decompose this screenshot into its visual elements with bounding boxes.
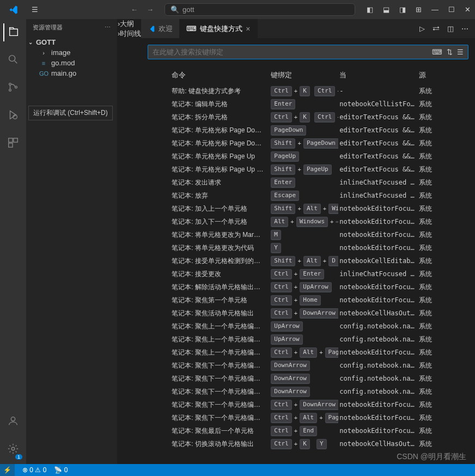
layout-right-icon[interactable]: ◨ — [399, 5, 406, 14]
header-source[interactable]: 源 — [418, 68, 461, 82]
table-row[interactable]: 帮助: 键盘快捷方式参考Ctrl+KCtrl+-系统 — [141, 84, 475, 97]
run-icon[interactable]: ▷ — [419, 25, 425, 33]
tree-item[interactable]: GOmain.go — [26, 68, 117, 78]
key: Ctrl — [271, 439, 292, 449]
table-row[interactable]: 笔记本: 聚焦活动单元格输出Ctrl+DownArrownotebookCell… — [141, 307, 475, 320]
header-command[interactable]: 命令 — [170, 68, 270, 82]
tree-item[interactable]: ≡go.mod — [26, 58, 117, 68]
source-cell: 系统 — [418, 400, 461, 410]
source-cell: 系统 — [418, 322, 461, 331]
timeline-section[interactable]: ›时间线 — [118, 29, 141, 39]
table-row[interactable]: 笔记本: 接受更改Ctrl+EnterinlineChatFocused && … — [141, 267, 475, 280]
table-row[interactable]: 笔记本: 聚焦下一个单元格编…Ctrl+Alt+PageDnotebookEdi… — [141, 411, 475, 424]
table-row[interactable]: 笔记本: 发出请求EnterinlineChatFocused && …系统 — [141, 176, 475, 189]
key: Ctrl — [271, 282, 292, 292]
table-row[interactable]: 笔记本: 加入下一个单元格Alt+Windows+notebookEditorF… — [141, 215, 475, 228]
more-icon[interactable]: ⋯ — [461, 25, 468, 33]
keys-cell: UpArrow — [270, 334, 338, 345]
keys-cell: DownArrow — [270, 374, 338, 384]
command-cell: 笔记本: 单元格光标 Page Do… — [170, 126, 270, 135]
search-text: gott — [182, 5, 194, 14]
key: Alt — [303, 256, 321, 266]
status-problems[interactable]: ⊗ 0 ⚠ 0 — [22, 466, 46, 474]
table-row[interactable]: 笔记本: 聚焦上一个单元格编…UpArrowconfig.notebook.na… — [141, 333, 475, 346]
nav-back[interactable]: ← — [131, 5, 138, 14]
table-row[interactable]: 笔记本: 放弃EscapeinlineChatFocused && …系统 — [141, 189, 475, 202]
command-cell: 笔记本: 接受更改 — [170, 270, 270, 279]
table-row[interactable]: 笔记本: 单元格光标 Page Up …Shift+PageUpeditorTe… — [141, 163, 475, 176]
sort-icon[interactable]: ⇅ — [447, 48, 453, 56]
table-row[interactable]: 笔记本: 聚焦下一个单元格编…DownArrowconfig.notebook.… — [141, 372, 475, 385]
more-icon[interactable]: ⋯ — [105, 24, 111, 31]
status-port[interactable]: 📡 0 — [54, 466, 68, 474]
key: PageD — [325, 413, 339, 423]
window-maximize[interactable]: ☐ — [448, 5, 455, 14]
watermark: CSDN @明月看潮生 — [397, 452, 466, 462]
source-cell: 系统 — [418, 230, 461, 240]
tab-welcome[interactable]: 欢迎 — [141, 19, 180, 38]
table-row[interactable]: 笔记本: 聚焦下一个单元格编…DownArrowconfig.notebook.… — [141, 359, 475, 372]
search-nav-icon[interactable] — [5, 51, 21, 69]
keybinding-table: 帮助: 键盘快捷方式参考Ctrl+KCtrl+-系统笔记本: 编辑单元格Ente… — [141, 84, 475, 450]
table-row[interactable]: 笔记本: 聚焦上一个单元格编…UpArrowconfig.notebook.na… — [141, 320, 475, 333]
table-row[interactable]: 笔记本: 聚焦下一个单元格编…Ctrl+DownArrownotebookEdi… — [141, 398, 475, 411]
table-row[interactable]: 笔记本: 单元格光标 Page Do…PageDowneditorTextFoc… — [141, 124, 475, 137]
table-row[interactable]: 笔记本: 将单元格更改为 Mar…MnotebookEditorFocused…… — [141, 228, 475, 241]
open-icon[interactable]: ⮂ — [433, 25, 440, 33]
source-cell: 系统 — [418, 178, 461, 187]
source-cell: 系统 — [418, 270, 461, 279]
tree-item[interactable]: ›image — [26, 47, 117, 58]
source-control-icon[interactable] — [5, 79, 21, 97]
settings-icon[interactable]: 1 — [5, 441, 21, 459]
window-close[interactable]: ✕ — [465, 5, 471, 14]
close-icon[interactable]: × — [246, 25, 250, 33]
table-row[interactable]: 笔记本: 聚焦下一个单元格编…DownArrowconfig.notebook.… — [141, 385, 475, 398]
outline-section[interactable]: ›大纲 — [118, 19, 141, 29]
explorer-icon[interactable] — [3, 23, 22, 41]
header-binding[interactable]: 键绑定 — [270, 68, 338, 82]
layout-bottom-icon[interactable]: ⬓ — [383, 5, 389, 14]
split-icon[interactable]: ◫ — [447, 25, 454, 33]
key: Shift — [271, 164, 295, 175]
table-row[interactable]: 笔记本: 接受单元格检测到的…Shift+Alt+DnotebookCellEd… — [141, 254, 475, 267]
search-input[interactable] — [153, 48, 428, 56]
table-row[interactable]: 笔记本: 聚焦第一个单元格Ctrl+HomenotebookEditorFocu… — [141, 294, 475, 307]
key: DownArrow — [300, 400, 338, 410]
search-icon: 🔍 — [170, 5, 179, 14]
keys-cell: Ctrl+UpArrow — [270, 282, 338, 292]
tab-keybindings[interactable]: ⌨ 键盘快捷方式 × — [180, 19, 257, 38]
layout-left-icon[interactable]: ◧ — [367, 5, 373, 14]
table-row[interactable]: 笔记本: 编辑单元格EnternotebookCellListFocus…系统 — [141, 97, 475, 111]
table-row[interactable]: 笔记本: 切换滚动单元格输出Ctrl+KYnotebookCellHasOutp… — [141, 437, 475, 450]
table-row[interactable]: 笔记本: 聚焦最后一个单元格Ctrl+EndnotebookEditorFocu… — [141, 424, 475, 437]
header-when[interactable]: 当 — [338, 68, 418, 82]
record-keys-icon[interactable]: ⌨ — [432, 48, 442, 56]
table-row[interactable]: 笔记本: 单元格光标 Page Do…Shift+PageDowneditorT… — [141, 137, 475, 150]
tree-root[interactable]: ⌄ GOTT — [26, 37, 117, 47]
source-cell: 系统 — [418, 191, 461, 200]
keys-cell: Ctrl+DownArrow — [270, 308, 338, 319]
keys-cell: Shift+PageDown — [270, 138, 338, 149]
table-row[interactable]: 笔记本: 拆分单元格Ctrl+KCtrl+editorTextFocus && … — [141, 111, 475, 124]
key: Home — [300, 295, 321, 306]
layout-grid-icon[interactable]: ⊞ — [416, 5, 422, 14]
window-minimize[interactable]: — — [431, 5, 439, 14]
table-row[interactable]: 笔记本: 聚焦上一个单元格编…Ctrl+Alt+PageUnotebookEdi… — [141, 346, 475, 359]
table-row[interactable]: 笔记本: 加入上一个单元格Shift+Alt+WindnotebookEdito… — [141, 202, 475, 215]
table-row[interactable]: 笔记本: 解除活动单元格输出…Ctrl+UpArrownotebookEdito… — [141, 280, 475, 294]
table-row[interactable]: 笔记本: 将单元格更改为代码YnotebookEditorFocused…系统 — [141, 241, 475, 254]
account-icon[interactable] — [5, 413, 21, 431]
keybinding-search[interactable]: ⌨ ⇅ ☰ — [148, 45, 468, 59]
key: Ctrl — [271, 112, 292, 123]
run-debug-icon[interactable] — [5, 107, 21, 125]
command-cell: 笔记本: 放弃 — [170, 191, 270, 200]
nav-forward[interactable]: → — [147, 5, 154, 14]
extensions-icon[interactable] — [5, 135, 21, 152]
keys-cell: DownArrow — [270, 361, 338, 371]
menu-icon[interactable]: ☰ — [32, 5, 38, 14]
remote-icon[interactable]: ⚡ — [0, 464, 15, 476]
table-row[interactable]: 笔记本: 单元格光标 Page UpPageUpeditorTextFocus … — [141, 150, 475, 163]
command-center[interactable]: 🔍 gott — [165, 3, 355, 16]
source-cell: 系统 — [418, 283, 461, 292]
filter-icon[interactable]: ☰ — [457, 48, 464, 56]
